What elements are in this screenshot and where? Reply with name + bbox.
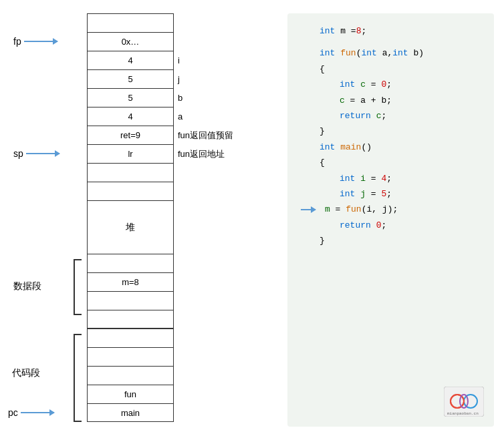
cell-4-a: 4 a bbox=[87, 107, 174, 126]
cell-main: main bbox=[87, 403, 174, 422]
code-line-intj: int j = 5; bbox=[301, 186, 481, 202]
code-line-close2: } bbox=[301, 233, 481, 248]
code-line-main-sig: int main() bbox=[301, 140, 481, 155]
current-line-arrow bbox=[301, 209, 316, 210]
cell-lr: lr fun返回地址 bbox=[87, 144, 174, 163]
cell-0x: 0x… bbox=[87, 32, 174, 51]
code-line-c-assign: c = a + b; bbox=[301, 93, 481, 108]
code-line-open2: { bbox=[301, 155, 481, 170]
cell-ret9: ret=9 fun返回值预留 bbox=[87, 126, 174, 144]
fp-pointer: fp bbox=[13, 36, 57, 47]
code-panel: int m = 8; int fun(int a,int b) { int c … bbox=[287, 13, 494, 427]
code-line-1: int m = 8; bbox=[301, 23, 481, 39]
cell-heap: 堆 bbox=[87, 200, 174, 254]
pc-arrow bbox=[21, 412, 54, 413]
pc-pointer: pc bbox=[8, 407, 54, 418]
data-section-label: 数据段 bbox=[13, 280, 41, 292]
code-section-label: 代码段 bbox=[12, 367, 40, 379]
cell-data-empty-bot bbox=[87, 310, 174, 328]
code-line-return-c: return c; bbox=[301, 108, 481, 124]
code-line-intc: int c = 0; bbox=[301, 77, 481, 92]
code-line-close1: } bbox=[301, 124, 481, 139]
cell-code-empty-2 bbox=[87, 347, 174, 366]
code-line-return0: return 0; bbox=[301, 218, 481, 233]
cell-5-b: 5 b bbox=[87, 88, 174, 107]
sp-pointer: sp bbox=[13, 148, 59, 159]
cell-m8: m=8 bbox=[87, 272, 174, 291]
cell-top-empty bbox=[87, 13, 174, 32]
code-line-open1: { bbox=[301, 61, 481, 77]
fp-arrow bbox=[24, 41, 57, 42]
code-line-mfun: m = fun(i, j); bbox=[301, 202, 481, 217]
cell-code-empty-1 bbox=[87, 328, 174, 347]
watermark: mianpaoban.cn bbox=[444, 387, 484, 417]
cell-5-j: 5 j bbox=[87, 69, 174, 88]
main-container: 0x… fp 4 i 5 j 5 b 4 a ret=9 fun返回值预 bbox=[0, 0, 504, 440]
sp-arrow bbox=[26, 153, 59, 154]
cell-4-i: 4 i bbox=[87, 51, 174, 69]
cell-empty-2 bbox=[87, 182, 174, 200]
memory-diagram: 0x… fp 4 i 5 j 5 b 4 a ret=9 fun返回值预 bbox=[0, 7, 281, 433]
cell-fun: fun bbox=[87, 385, 174, 403]
cell-data-empty-mid bbox=[87, 291, 174, 310]
data-section-brace bbox=[74, 259, 82, 315]
cell-empty-1 bbox=[87, 163, 174, 182]
cell-data-empty-top bbox=[87, 254, 174, 272]
code-line-blank1 bbox=[301, 39, 481, 45]
svg-text:mianpaoban.cn: mianpaoban.cn bbox=[447, 411, 479, 416]
code-section-brace bbox=[74, 334, 82, 422]
code-line-inti: int i = 4; bbox=[301, 171, 481, 186]
code-line-fun-sig: int fun(int a,int b) bbox=[301, 45, 481, 61]
cell-code-empty-3 bbox=[87, 366, 174, 385]
